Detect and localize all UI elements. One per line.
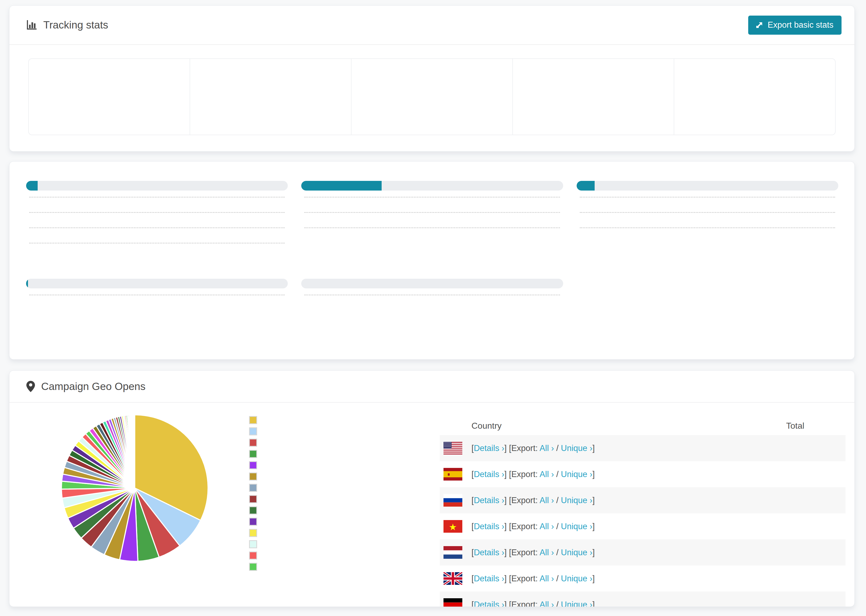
slash: / bbox=[556, 496, 559, 505]
de-flag-icon bbox=[444, 598, 462, 607]
export-prefix: [Export: bbox=[509, 496, 538, 505]
legend-item bbox=[249, 527, 264, 539]
export-all-link[interactable]: All › bbox=[540, 600, 554, 607]
country-cell: [Details ›] [Export: All › / Unique ›] bbox=[471, 496, 786, 505]
dotted-leader bbox=[29, 243, 285, 244]
slash: / bbox=[556, 522, 559, 531]
rate-detail-row bbox=[301, 297, 563, 312]
bracket: ] bbox=[504, 574, 507, 583]
legend-item bbox=[249, 516, 264, 527]
bracket: [ bbox=[471, 548, 474, 557]
column-header-total: Total bbox=[786, 421, 846, 431]
bracket: [ bbox=[471, 443, 474, 453]
summary-stats-row bbox=[28, 58, 836, 135]
rate-detail-row bbox=[576, 229, 838, 245]
progress-bar-fill bbox=[576, 181, 595, 190]
slash: / bbox=[556, 548, 559, 557]
export-unique-link[interactable]: Unique › bbox=[561, 470, 592, 479]
bracket: [ bbox=[471, 522, 474, 531]
geo-pie-chart[interactable] bbox=[57, 410, 213, 566]
slash: / bbox=[556, 600, 559, 607]
geo-table-row-de: [Details ›] [Export: All › / Unique ›] bbox=[440, 592, 846, 607]
export-all-link[interactable]: All › bbox=[540, 522, 554, 531]
slash: / bbox=[556, 470, 559, 479]
dotted-leader bbox=[304, 295, 560, 295]
export-unique-link[interactable]: Unique › bbox=[561, 574, 592, 583]
export-unique-link[interactable]: Unique › bbox=[561, 600, 592, 607]
dotted-leader bbox=[29, 197, 285, 198]
rate-detail-row bbox=[26, 245, 288, 260]
bracket: ] bbox=[592, 470, 595, 479]
rates-grid bbox=[9, 162, 855, 312]
rate-panel-complaints-rate bbox=[301, 272, 563, 312]
details-link[interactable]: Details › bbox=[474, 574, 505, 583]
bracket: ] bbox=[504, 470, 507, 479]
export-all-link[interactable]: All › bbox=[540, 496, 554, 505]
export-all-link[interactable]: All › bbox=[540, 548, 554, 557]
details-link[interactable]: Details › bbox=[474, 496, 505, 505]
legend-item bbox=[249, 460, 264, 471]
geo-table-header: Country Total bbox=[440, 416, 846, 435]
legend-swatch bbox=[249, 450, 257, 458]
legend-swatch bbox=[249, 473, 257, 481]
country-cell: [Details ›] [Export: All › / Unique ›] bbox=[471, 574, 786, 583]
bracket: ] bbox=[592, 600, 595, 607]
bracket: [ bbox=[471, 574, 474, 583]
slash: / bbox=[556, 574, 559, 583]
legend-swatch bbox=[249, 529, 257, 537]
rate-detail-row bbox=[301, 214, 563, 229]
export-all-link[interactable]: All › bbox=[540, 574, 554, 583]
export-unique-link[interactable]: Unique › bbox=[561, 522, 592, 531]
bracket: ] bbox=[504, 496, 507, 505]
dotted-leader bbox=[29, 295, 285, 295]
export-unique-link[interactable]: Unique › bbox=[561, 443, 592, 453]
rate-detail-row bbox=[26, 229, 288, 245]
tracking-stats-card: Tracking stats Export basic stats bbox=[9, 5, 855, 152]
tracking-stats-title: Tracking stats bbox=[43, 19, 108, 31]
bracket: ] bbox=[504, 443, 507, 453]
geo-table-row-ru: [Details ›] [Export: All › / Unique ›] bbox=[440, 487, 846, 513]
geo-table-row-nl: [Details ›] [Export: All › / Unique ›] bbox=[440, 539, 846, 566]
legend-swatch bbox=[249, 416, 257, 424]
country-cell: [Details ›] [Export: All › / Unique ›] bbox=[471, 443, 786, 453]
legend-swatch bbox=[249, 495, 257, 503]
export-all-link[interactable]: All › bbox=[540, 443, 554, 453]
details-link[interactable]: Details › bbox=[474, 443, 505, 453]
legend-item bbox=[249, 550, 264, 561]
rate-panel-clicks-rate bbox=[26, 174, 288, 260]
bracket: ] bbox=[592, 522, 595, 531]
export-icon bbox=[755, 21, 764, 29]
country-cell: [Details ›] [Export: All › / Unique ›] bbox=[471, 600, 786, 607]
legend-item bbox=[249, 448, 264, 460]
pie-slice-other[interactable] bbox=[134, 415, 135, 488]
vn-flag-icon bbox=[444, 520, 462, 533]
export-unique-link[interactable]: Unique › bbox=[561, 548, 592, 557]
details-link[interactable]: Details › bbox=[474, 470, 505, 479]
country-cell: [Details ›] [Export: All › / Unique ›] bbox=[471, 522, 786, 531]
details-link[interactable]: Details › bbox=[474, 522, 505, 531]
dotted-leader bbox=[304, 197, 560, 198]
rate-detail-row bbox=[301, 199, 563, 214]
geo-table: Country Total [Details ›] [Export: All ›… bbox=[440, 416, 846, 607]
export-all-link[interactable]: All › bbox=[540, 470, 554, 479]
country-cell: [Details ›] [Export: All › / Unique ›] bbox=[471, 548, 786, 558]
rates-card bbox=[9, 161, 855, 360]
legend-item bbox=[249, 561, 264, 572]
rate-detail-row bbox=[26, 297, 288, 312]
progress-bar bbox=[301, 279, 563, 288]
export-basic-stats-button[interactable]: Export basic stats bbox=[748, 16, 842, 35]
rate-panel-unsubscribe-rate bbox=[26, 272, 288, 312]
es-flag-icon bbox=[444, 468, 462, 481]
details-link[interactable]: Details › bbox=[474, 600, 505, 607]
legend-swatch bbox=[249, 461, 257, 469]
rate-panel-opens-rate bbox=[301, 174, 563, 260]
bracket: ] bbox=[592, 443, 595, 453]
details-link[interactable]: Details › bbox=[474, 548, 505, 557]
rate-detail-row bbox=[26, 214, 288, 229]
dotted-leader bbox=[304, 212, 560, 213]
geo-legend bbox=[249, 415, 264, 572]
legend-item bbox=[249, 437, 264, 448]
geo-title: Campaign Geo Opens bbox=[41, 380, 145, 392]
bracket: ] bbox=[592, 548, 595, 557]
export-unique-link[interactable]: Unique › bbox=[561, 496, 592, 505]
